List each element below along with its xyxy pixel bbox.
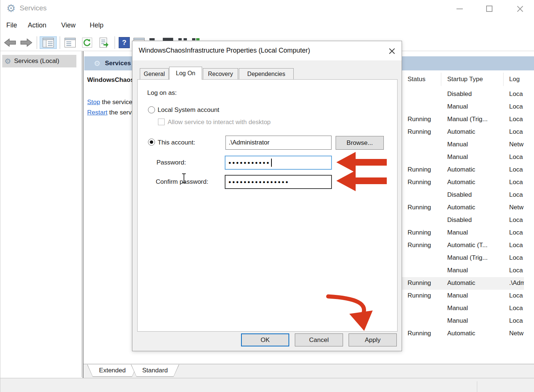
hidden-toolbar-icon bbox=[178, 38, 182, 40]
view-tabstrip: Extended Standard bbox=[83, 364, 534, 378]
checkbox-interact-desktop[interactable] bbox=[158, 119, 165, 125]
help-icon[interactable]: ? bbox=[117, 36, 132, 49]
dialog-title-bar: WindowsChaosInfrastructure Properties (L… bbox=[132, 41, 402, 60]
column-header-log[interactable]: Log bbox=[509, 76, 520, 83]
status-bar bbox=[0, 378, 534, 392]
menu-help[interactable]: Help bbox=[90, 21, 103, 29]
maximize-icon bbox=[486, 6, 492, 12]
cancel-button[interactable]: Cancel bbox=[295, 333, 343, 346]
hidden-toolbar-icon bbox=[163, 38, 173, 41]
tab-standard[interactable]: Standard bbox=[131, 365, 179, 377]
stop-service-line: Stop the service bbox=[87, 99, 132, 106]
password-input[interactable]: ●●●●●●●●●●● bbox=[225, 156, 332, 170]
dialog-close-button[interactable] bbox=[387, 46, 397, 56]
menu-bar: File Action View Help bbox=[0, 18, 534, 34]
back-icon[interactable] bbox=[3, 36, 17, 49]
properties-dialog: WindowsChaosInfrastructure Properties (L… bbox=[132, 41, 402, 351]
tab-dependencies[interactable]: Dependencies bbox=[239, 68, 294, 80]
restart-service-link[interactable]: Restart bbox=[87, 109, 108, 116]
text-caret bbox=[271, 159, 272, 167]
tab-recovery[interactable]: Recovery bbox=[203, 68, 238, 80]
services-header-gear-icon: ⚙ bbox=[94, 59, 100, 68]
sidebar-item-services-local[interactable]: ⚙ Services (Local) bbox=[2, 55, 76, 67]
menu-file[interactable]: File bbox=[6, 21, 17, 29]
tab-general[interactable]: General bbox=[140, 68, 169, 80]
minimize-icon bbox=[456, 9, 463, 9]
hidden-toolbar-icon bbox=[192, 38, 195, 40]
account-input[interactable]: .\Administrator bbox=[225, 136, 332, 150]
minimize-button[interactable] bbox=[454, 4, 466, 14]
log-on-tab-page bbox=[137, 79, 398, 332]
close-button[interactable] bbox=[514, 4, 526, 14]
title-bar: ⚙ Services bbox=[0, 0, 534, 18]
browse-button[interactable]: Browse... bbox=[336, 136, 384, 150]
export-list-icon[interactable] bbox=[97, 36, 112, 49]
console-tree-panel: ⚙ Services (Local) bbox=[0, 51, 82, 377]
radio-this-account-label[interactable]: This account: bbox=[158, 139, 195, 146]
log-on-as-label: Log on as: bbox=[147, 89, 177, 97]
ok-button[interactable]: OK bbox=[241, 333, 289, 346]
window-title: Services bbox=[20, 4, 47, 12]
hidden-toolbar-icon bbox=[149, 38, 155, 40]
show-console-tree-icon[interactable] bbox=[40, 36, 57, 49]
hidden-toolbar-icon bbox=[184, 38, 187, 40]
dialog-title: WindowsChaosInfrastructure Properties (L… bbox=[139, 47, 310, 54]
text-cursor bbox=[181, 173, 187, 183]
maximize-button[interactable] bbox=[483, 4, 496, 14]
hidden-toolbar-icon bbox=[196, 38, 200, 40]
services-node-icon: ⚙ bbox=[4, 57, 11, 66]
radio-local-system[interactable] bbox=[148, 106, 155, 113]
refresh-icon[interactable] bbox=[80, 36, 95, 49]
stop-service-link[interactable]: Stop bbox=[87, 99, 100, 106]
radio-this-account[interactable] bbox=[148, 139, 155, 146]
menu-view[interactable]: View bbox=[61, 21, 76, 29]
checkbox-interact-label: Allow service to interact with desktop bbox=[168, 119, 271, 126]
password-label: Password: bbox=[156, 159, 186, 166]
forward-icon[interactable] bbox=[19, 36, 34, 49]
column-header-status[interactable]: Status bbox=[408, 76, 425, 83]
menu-action[interactable]: Action bbox=[28, 21, 46, 29]
services-window: ⚙ Services File Action View Help bbox=[0, 0, 534, 392]
apply-button[interactable]: Apply bbox=[349, 333, 397, 346]
services-app-icon: ⚙ bbox=[6, 2, 16, 14]
radio-local-system-label[interactable]: Local System account bbox=[158, 106, 219, 114]
properties-icon[interactable] bbox=[63, 36, 78, 49]
tab-extended[interactable]: Extended bbox=[87, 365, 138, 377]
tab-log-on[interactable]: Log On bbox=[169, 67, 202, 80]
confirm-password-input[interactable]: ●●●●●●●●●●●●●●●● bbox=[225, 175, 332, 189]
column-header-startup[interactable]: Startup Type bbox=[447, 76, 483, 83]
